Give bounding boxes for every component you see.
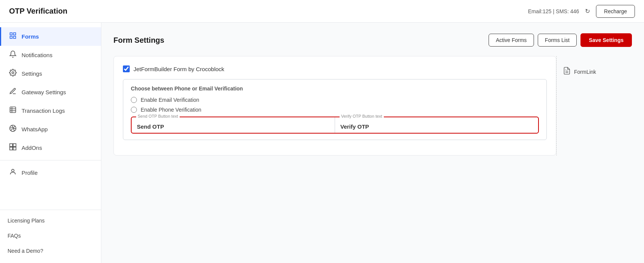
sidebar-addons-label: AddOns [22,145,42,151]
send-otp-input[interactable] [132,117,335,133]
svg-rect-5 [10,107,16,113]
phone-verification-radio[interactable] [131,107,137,113]
verify-otp-field-group: Verify OTP Button text [335,117,538,133]
sidebar-item-notifications[interactable]: Notifications [0,46,101,64]
svg-rect-10 [10,144,13,147]
sidebar-transaction-label: Transaction Logs [22,107,65,114]
main-content: Form Settings Active Forms Forms List Sa… [101,23,644,263]
jetform-checkbox-row: JetFormBuilder Form by Crocoblock [123,65,547,72]
transaction-logs-icon [9,106,17,115]
whatsapp-icon [9,124,17,134]
notifications-icon [9,50,17,60]
jetform-checkbox-label: JetFormBuilder Form by Crocoblock [133,66,224,72]
sidebar-link-licensing[interactable]: Licensing Plans [0,213,101,228]
content-area: JetFormBuilder Form by Crocoblock Choose… [113,56,632,156]
forms-list-button[interactable]: Forms List [538,34,577,47]
otp-fields-wrapper: Send OTP Button text Verify OTP Button t… [131,117,539,134]
form-link-icon [563,67,571,77]
sidebar-item-addons[interactable]: AddOns [0,139,101,157]
page-title: Form Settings [113,36,164,45]
sidebar-nav: Forms Notifications Settings Gateway Set… [0,27,101,207]
sidebar-whatsapp-label: WhatsApp [22,126,48,132]
phone-radio-label: Enable Phone Verification [141,107,201,113]
save-settings-button[interactable]: Save Settings [580,33,632,47]
verification-section-title: Choose between Phone or Email Verificati… [131,86,539,92]
settings-icon [9,69,17,78]
sidebar-item-forms[interactable]: Forms [0,27,101,46]
sidebar-item-transaction-logs[interactable]: Transaction Logs [0,101,101,120]
sidebar-gateway-label: Gateway Settings [22,89,66,95]
jetform-checkbox[interactable] [123,65,130,72]
svg-rect-1 [14,33,16,35]
main-header: Form Settings Active Forms Forms List Sa… [113,33,632,47]
phone-radio-row: Enable Phone Verification [131,107,539,113]
svg-point-4 [12,72,14,74]
app-header: OTP Verification Email:125 | SMS: 446 ↻ … [0,0,644,23]
svg-rect-3 [14,36,16,39]
form-main-area: JetFormBuilder Form by Crocoblock Choose… [113,56,556,156]
email-radio-row: Enable Email Verification [131,97,539,103]
email-radio-label: Enable Email Verification [141,97,199,103]
verify-otp-label: Verify OTP Button text [340,114,384,118]
form-link-label: FormLink [574,69,596,75]
svg-rect-11 [13,144,16,147]
right-panel: FormLink [556,56,632,156]
form-link-item[interactable]: FormLink [563,67,596,77]
sidebar-link-faqs[interactable]: FAQs [0,228,101,243]
header-right: Email:125 | SMS: 446 ↻ Recharge [528,5,635,18]
svg-rect-13 [13,147,16,150]
sidebar-bottom-divider [0,210,101,210]
app-title: OTP Verification [9,7,67,16]
sidebar: Forms Notifications Settings Gateway Set… [0,23,101,263]
sidebar-item-gateway-settings[interactable]: Gateway Settings [0,83,101,101]
email-verification-radio[interactable] [131,97,137,103]
send-otp-field-group: Send OTP Button text [132,117,335,133]
sidebar-forms-label: Forms [22,33,39,40]
svg-rect-0 [10,33,12,35]
sidebar-item-settings[interactable]: Settings [0,64,101,83]
sidebar-link-demo[interactable]: Need a Demo? [0,243,101,258]
recharge-button[interactable]: Recharge [596,5,635,18]
gateway-settings-icon [9,87,17,97]
send-otp-label: Send OTP Button text [136,114,180,118]
verify-otp-input[interactable] [335,117,538,133]
sidebar-profile-label: Profile [22,170,38,176]
credits-display: Email:125 | SMS: 446 [528,8,579,14]
main-layout: Forms Notifications Settings Gateway Set… [0,23,644,263]
sidebar-notifications-label: Notifications [22,52,53,58]
svg-rect-2 [10,36,12,39]
main-actions: Active Forms Forms List Save Settings [489,33,632,47]
profile-icon [9,168,17,177]
sidebar-item-whatsapp[interactable]: WhatsApp [0,120,101,139]
sidebar-item-profile[interactable]: Profile [0,163,101,182]
forms-icon [9,32,17,41]
sidebar-settings-label: Settings [22,70,42,77]
addons-icon [9,143,17,153]
form-settings-panel: JetFormBuilder Form by Crocoblock Choose… [113,56,556,156]
svg-point-14 [12,169,14,172]
svg-rect-12 [10,147,13,150]
refresh-icon[interactable]: ↻ [585,8,590,15]
sidebar-divider [0,160,101,160]
active-forms-button[interactable]: Active Forms [489,34,534,47]
verification-section: Choose between Phone or Email Verificati… [123,79,547,140]
